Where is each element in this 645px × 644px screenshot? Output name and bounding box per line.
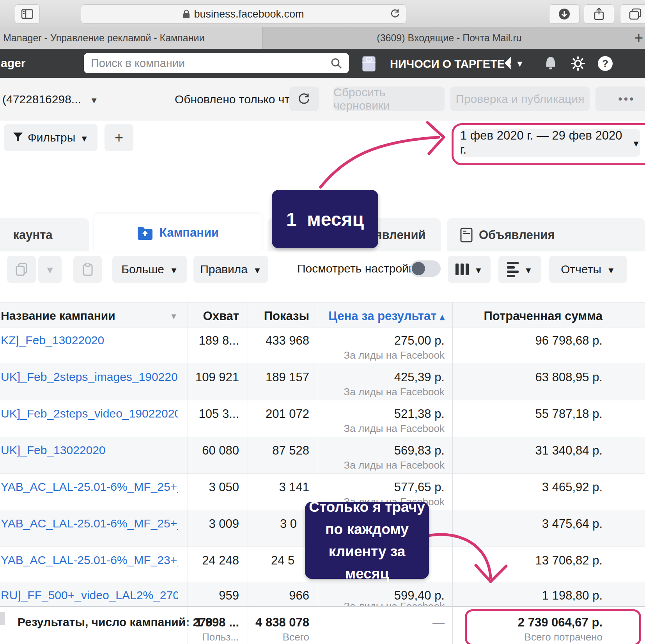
tab-label: каунта bbox=[13, 228, 52, 242]
campaign-link[interactable]: RU]_FF_500+_video_LAL2%_2702... bbox=[1, 589, 178, 602]
cpr-subtext: За лиды на Facebook bbox=[318, 386, 445, 398]
breakdown-button[interactable] bbox=[498, 256, 541, 283]
column-divider[interactable] bbox=[188, 302, 188, 644]
date-range-selector[interactable]: 1 фев 2020 г. — 29 фев 2020 г. bbox=[460, 129, 640, 157]
chevron-down-icon bbox=[632, 136, 640, 150]
column-divider[interactable] bbox=[191, 302, 191, 644]
cpr-subtext: За лиды на Facebook bbox=[318, 349, 445, 361]
reports-button[interactable]: Отчеты bbox=[549, 256, 627, 283]
more-options-button[interactable] bbox=[595, 87, 645, 111]
discard-drafts-button[interactable]: Сбросить черновики bbox=[333, 87, 445, 111]
reach-cell: 189 8... bbox=[191, 334, 239, 348]
new-tab-button[interactable] bbox=[634, 27, 643, 49]
address-bar[interactable]: business.facebook.com bbox=[81, 4, 406, 24]
search-placeholder: Поиск в компании bbox=[91, 57, 330, 70]
share-button[interactable] bbox=[584, 4, 614, 24]
business-account-name[interactable]: НИЧОСИ О ТАРГЕТЕ�По... bbox=[390, 57, 511, 71]
reload-icon[interactable] bbox=[390, 9, 400, 22]
column-header-name[interactable]: Название кампании bbox=[1, 309, 178, 322]
add-filter-button[interactable] bbox=[105, 124, 133, 151]
total-cpr: — bbox=[318, 616, 445, 630]
campaign-link[interactable]: YAB_AC_LAL-25.01-6%_MF_25+_R... bbox=[1, 480, 178, 494]
duplicate-dropdown-button[interactable] bbox=[38, 256, 62, 283]
browser-tab-ads-manager[interactable]: Manager - Управление рекламой - Кампании bbox=[0, 27, 262, 49]
help-button[interactable]: ? bbox=[596, 54, 615, 73]
campaign-link[interactable]: UK]_Feb_2steps_images_19022020 bbox=[1, 370, 178, 384]
chevron-down-icon bbox=[80, 131, 89, 144]
results-summary: Результаты, число кампаний: 278 bbox=[18, 616, 213, 629]
campaign-link[interactable]: UK]_Feb_2steps_video_19022020 bbox=[1, 407, 178, 420]
column-header-spent[interactable]: Потраченная сумма bbox=[452, 309, 602, 323]
refresh-button[interactable] bbox=[289, 87, 319, 111]
review-publish-button[interactable]: Проверка и публикация bbox=[450, 87, 590, 111]
annotation-month-callout: 1 месяц bbox=[272, 190, 378, 248]
ads-page-icon bbox=[460, 228, 473, 242]
cpr-subtext: За лиды на Facebook bbox=[318, 423, 445, 435]
cpr-subtext: За лиды на Facebook bbox=[318, 459, 445, 471]
rules-button[interactable]: Правила bbox=[193, 256, 268, 283]
spent-cell: 3 475,64 р. bbox=[452, 517, 602, 531]
chevron-down-icon bbox=[607, 263, 615, 276]
browser-tabbar: Manager - Управление рекламой - Кампании… bbox=[0, 27, 645, 49]
downloads-button[interactable] bbox=[549, 4, 579, 24]
tab-account-overview[interactable]: каунта bbox=[0, 218, 89, 251]
date-range-text: 1 фев 2020 г. — 29 фев 2020 г. bbox=[460, 129, 626, 157]
columns-button[interactable] bbox=[448, 256, 491, 283]
chevron-down-icon[interactable] bbox=[172, 311, 176, 321]
sidebar-toggle-button[interactable] bbox=[15, 4, 40, 24]
view-settings-toggle[interactable] bbox=[410, 260, 441, 277]
account-selector[interactable]: (4722816298... bbox=[2, 93, 98, 106]
tab-label: Кампании bbox=[159, 226, 219, 240]
footer-left-marker bbox=[0, 612, 5, 625]
table-row[interactable]: RU]_FF_500+_video_LAL2%_2702... 959 966 … bbox=[0, 582, 645, 606]
spent-cell: 55 787,18 р. bbox=[452, 407, 602, 421]
edit-button[interactable] bbox=[73, 256, 102, 283]
updated-status: Обновлено только что bbox=[175, 93, 296, 106]
browser-tab-mail[interactable]: (3609) Входящие - Почта Mail.ru bbox=[262, 27, 636, 49]
filter-icon bbox=[13, 132, 23, 143]
chevron-down-icon[interactable] bbox=[516, 58, 524, 69]
total-reach: 1 998 ... bbox=[191, 616, 239, 630]
search-input[interactable]: Поиск в компании bbox=[84, 53, 349, 73]
svg-text:?: ? bbox=[602, 58, 608, 69]
table-row[interactable]: UK]_Feb_2steps_images_19022020 109 921 1… bbox=[0, 363, 645, 400]
tab-overview-button[interactable] bbox=[620, 4, 645, 24]
rules-label: Правила bbox=[200, 263, 248, 276]
tab-campaigns[interactable]: Кампании bbox=[94, 214, 262, 251]
bell-icon bbox=[544, 56, 558, 71]
campaign-link[interactable]: YAB_AC_LAL-25.01-6%_MF_25+_R... bbox=[1, 517, 178, 530]
cpr-cell: 521,38 р. bbox=[318, 407, 445, 421]
filters-label: Фильтры bbox=[28, 131, 75, 144]
share-icon bbox=[593, 7, 605, 21]
campaign-link[interactable]: UK]_Feb_13022020 bbox=[1, 444, 178, 457]
column-header-cost-per-result[interactable]: Цена за результат bbox=[318, 309, 445, 323]
column-header-reach[interactable]: Охват bbox=[191, 309, 239, 323]
duplicate-button[interactable] bbox=[7, 256, 36, 283]
more-actions-button[interactable]: Больше bbox=[112, 256, 187, 283]
table-row[interactable]: UK]_Feb_2steps_video_19022020 105 3... 2… bbox=[0, 400, 645, 437]
notifications-button[interactable] bbox=[541, 54, 560, 73]
refresh-icon bbox=[298, 92, 311, 106]
table-row[interactable]: KZ]_Feb_13022020 189 8... 433 968 275,00… bbox=[0, 327, 645, 364]
campaign-link[interactable]: KZ]_Feb_13022020 bbox=[1, 334, 178, 347]
download-icon bbox=[558, 8, 571, 20]
clipboard-icon bbox=[83, 263, 93, 276]
chevron-down-icon bbox=[474, 263, 483, 276]
tabs-icon bbox=[629, 8, 641, 20]
filters-button[interactable]: Фильтры bbox=[4, 124, 97, 151]
campaign-link[interactable]: YAB_AC_LAL-25.01-6%_MF_23+_R... bbox=[1, 554, 178, 567]
annotation-text: клиенту за месяц bbox=[305, 540, 429, 585]
discard-drafts-label: Сбросить черновики bbox=[333, 86, 445, 112]
question-icon: ? bbox=[597, 55, 613, 72]
column-header-impressions[interactable]: Показы bbox=[248, 309, 309, 323]
spent-cell: 31 340,84 р. bbox=[452, 444, 602, 458]
ads-manager-header: ager Поиск в компании НИЧОСИ О ТАРГЕТЕ�П… bbox=[0, 49, 645, 78]
account-toolbar: (4722816298... Обновлено только что Сбро… bbox=[0, 78, 645, 120]
tab-ads[interactable]: Объявления bbox=[447, 218, 645, 251]
table-footer: Результаты, число кампаний: 278 1 998 ..… bbox=[0, 606, 645, 644]
settings-button[interactable] bbox=[569, 54, 587, 73]
reports-label: Отчеты bbox=[561, 263, 601, 276]
chevron-down-icon bbox=[170, 263, 178, 276]
chevron-down-icon bbox=[524, 263, 533, 276]
table-row[interactable]: UK]_Feb_13022020 60 080 87 528 569,83 р.… bbox=[0, 437, 645, 474]
